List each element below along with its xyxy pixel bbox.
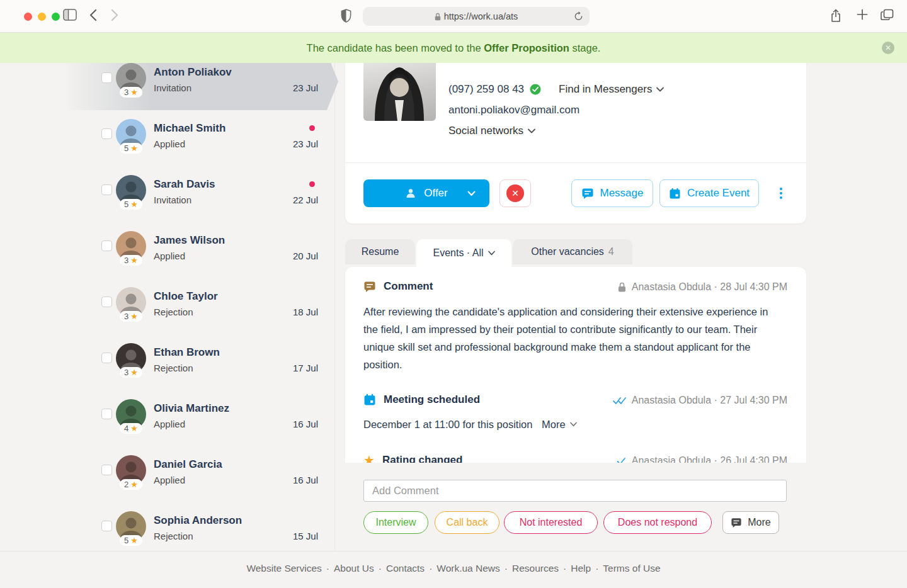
comment-icon xyxy=(363,281,376,293)
star-icon: ★ xyxy=(130,144,138,153)
footer-link[interactable]: Work.ua News xyxy=(436,563,500,574)
window-minimize-button[interactable] xyxy=(38,13,46,21)
candidate-date: 17 Jul xyxy=(293,363,318,373)
chevron-down-icon xyxy=(467,191,476,196)
rating-badge: 4★ xyxy=(120,423,142,434)
candidate-date: 16 Jul xyxy=(293,475,318,485)
add-comment-input[interactable] xyxy=(363,480,787,502)
footer-link[interactable]: About Us xyxy=(334,563,374,574)
tab-overview-icon[interactable] xyxy=(881,9,894,21)
candidate-name: Michael Smith xyxy=(154,122,225,135)
star-icon: ★ xyxy=(130,368,138,377)
star-icon: ★ xyxy=(130,312,138,321)
share-icon[interactable] xyxy=(830,9,841,23)
social-networks-dropdown[interactable]: Social networks xyxy=(448,125,535,137)
candidate-date: 22 Jul xyxy=(293,195,318,205)
vacancies-count: 4 xyxy=(608,246,614,257)
tab-events[interactable]: Events · All xyxy=(416,239,511,267)
privacy-shield-icon[interactable] xyxy=(340,8,352,23)
forward-button[interactable] xyxy=(111,9,118,21)
email-address[interactable]: antoni.poliakov@gmail.com xyxy=(448,104,579,116)
reload-icon[interactable] xyxy=(573,11,584,25)
candidate-checkbox[interactable] xyxy=(101,297,112,307)
candidate-checkbox[interactable] xyxy=(101,521,112,531)
create-event-button[interactable]: Create Event xyxy=(659,179,759,207)
candidate-avatar: 3★ xyxy=(116,343,146,373)
tab-resume[interactable]: Resume xyxy=(345,239,415,264)
meeting-more-dropdown[interactable]: More xyxy=(542,416,577,433)
quick-action-call-back[interactable]: Call back xyxy=(435,511,499,534)
lock-icon xyxy=(435,13,441,21)
candidate-row[interactable]: 2★ Daniel Garcia Applied 16 Jul xyxy=(98,445,334,501)
window-zoom-button[interactable] xyxy=(52,13,60,21)
unread-dot xyxy=(309,181,315,187)
address-bar[interactable]: https://work.ua/ats xyxy=(363,7,590,26)
stage-offer-button[interactable]: Offer xyxy=(363,179,489,207)
candidate-status: Applied xyxy=(154,475,185,485)
quick-action-more[interactable]: More xyxy=(722,511,779,534)
event-meeting-header: Meeting scheduled xyxy=(363,393,480,406)
star-icon: ★ xyxy=(130,200,138,209)
candidate-avatar: 3★ xyxy=(116,287,146,317)
comment-composer: Interview Call back Not interested Does … xyxy=(335,463,816,551)
message-icon xyxy=(731,517,742,528)
candidate-checkbox[interactable] xyxy=(101,128,112,139)
phone-row: (097) 259 08 43 Find in Messengers xyxy=(448,83,664,96)
browser-toolbar: https://work.ua/ats xyxy=(0,0,907,33)
banner-close-button[interactable]: ✕ xyxy=(882,42,894,54)
candidate-row[interactable]: 3★ Chloe Taylor Rejection 18 Jul xyxy=(98,277,334,333)
reject-button[interactable]: ✕ xyxy=(499,179,531,207)
quick-action-does-not-respond[interactable]: Does not respond xyxy=(603,511,712,534)
event-comment-meta: Anastasia Obdula · 28 Jul 4:30 PM xyxy=(618,281,787,293)
candidate-checkbox[interactable] xyxy=(101,353,112,363)
candidate-checkbox[interactable] xyxy=(101,465,112,475)
find-in-messengers-dropdown[interactable]: Find in Messengers xyxy=(559,83,664,96)
message-button[interactable]: Message xyxy=(571,179,653,207)
candidate-checkbox[interactable] xyxy=(101,409,112,419)
candidate-name: Anton Poliakov xyxy=(154,66,232,79)
social-row: Social networks xyxy=(448,125,535,137)
candidate-status: Rejection xyxy=(154,531,193,541)
footer-link[interactable]: Contacts xyxy=(386,563,425,574)
message-icon xyxy=(581,188,594,200)
candidate-row[interactable]: 5★ Sarah Davis Invitation 22 Jul xyxy=(98,165,334,221)
candidate-status: Applied xyxy=(154,139,185,149)
candidate-name: Sophia Anderson xyxy=(154,514,242,527)
footer-link[interactable]: Resources xyxy=(512,563,559,574)
quick-action-not-interested[interactable]: Not interested xyxy=(504,511,598,534)
lock-icon xyxy=(618,282,626,292)
url-text: https://work.ua/ats xyxy=(444,11,518,21)
candidate-row[interactable]: 5★ Sophia Anderson Rejection 15 Jul xyxy=(98,501,334,557)
page: 3★ Anton Poliakov Invitation 23 Jul 5★ M… xyxy=(0,0,907,588)
tab-other-vacancies[interactable]: Other vacancies 4 xyxy=(513,239,632,264)
window-close-button[interactable] xyxy=(24,13,32,21)
more-actions-kebab-menu[interactable] xyxy=(776,184,786,203)
footer-link[interactable]: Website Services xyxy=(246,563,321,574)
rating-badge: 3★ xyxy=(120,311,142,322)
email-row: antoni.poliakov@gmail.com xyxy=(448,104,579,116)
reject-x-icon: ✕ xyxy=(506,184,524,202)
candidate-checkbox[interactable] xyxy=(101,240,112,251)
chevron-down-icon xyxy=(570,422,577,427)
candidate-checkbox[interactable] xyxy=(101,72,112,83)
verified-icon xyxy=(530,84,541,95)
candidate-avatar: 4★ xyxy=(116,399,146,429)
candidate-row[interactable]: 3★ Ethan Brown Rejection 17 Jul xyxy=(98,333,334,389)
calendar-icon xyxy=(363,393,376,406)
candidate-date: 23 Jul xyxy=(293,139,318,149)
candidate-checkbox[interactable] xyxy=(101,184,112,195)
back-button[interactable] xyxy=(89,9,97,21)
sidebar-toggle-icon[interactable] xyxy=(63,9,77,21)
candidate-status: Applied xyxy=(154,251,185,261)
candidate-row[interactable]: 5★ Michael Smith Applied 23 Jul xyxy=(98,109,334,165)
candidate-avatar: 3★ xyxy=(116,231,146,261)
quick-action-interview[interactable]: Interview xyxy=(363,511,428,534)
footer-link[interactable]: Terms of Use xyxy=(603,563,660,574)
new-tab-icon[interactable] xyxy=(857,9,868,20)
chevron-down-icon xyxy=(656,87,664,92)
candidate-row[interactable]: 3★ James Wilson Applied 20 Jul xyxy=(98,221,334,277)
candidate-row[interactable]: 4★ Olivia Martinez Applied 16 Jul xyxy=(98,389,334,445)
star-icon: ★ xyxy=(130,424,138,433)
footer-link[interactable]: Help xyxy=(571,563,591,574)
rating-badge: 5★ xyxy=(120,535,142,546)
